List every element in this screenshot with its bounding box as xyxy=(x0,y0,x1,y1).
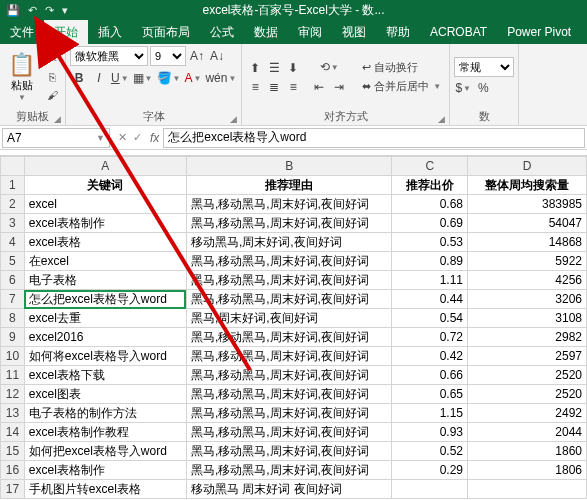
cell[interactable]: 0.66 xyxy=(392,366,468,385)
italic-button[interactable]: I xyxy=(90,69,108,87)
row-header[interactable]: 13 xyxy=(1,404,25,423)
cell[interactable] xyxy=(468,480,587,499)
cell[interactable]: 383985 xyxy=(468,195,587,214)
dialog-launcher-icon[interactable]: ◢ xyxy=(54,114,61,124)
paste-button[interactable]: 📋 粘贴 ▼ xyxy=(4,52,39,102)
cell[interactable]: 3108 xyxy=(468,309,587,328)
cell[interactable]: 黑马,移动黑马,周末好词,夜间好词 xyxy=(186,385,391,404)
cut-button[interactable]: ✂ xyxy=(43,51,61,67)
qat-customize-icon[interactable]: ▾ xyxy=(62,4,68,17)
align-left-button[interactable]: ≡ xyxy=(246,78,264,96)
cell[interactable]: 黑马,移动黑马,周末好词,夜间好词 xyxy=(186,290,391,309)
select-all-corner[interactable] xyxy=(1,157,25,176)
row-header[interactable]: 6 xyxy=(1,271,25,290)
cell[interactable]: excel2016 xyxy=(24,328,186,347)
copy-button[interactable]: ⎘ xyxy=(43,69,61,85)
fx-icon[interactable]: fx xyxy=(150,131,159,145)
align-middle-button[interactable]: ☰ xyxy=(265,59,283,77)
cell[interactable]: 0.29 xyxy=(392,461,468,480)
cell[interactable]: 手机图片转excel表格 xyxy=(24,480,186,499)
cell[interactable]: 0.54 xyxy=(392,309,468,328)
row-header[interactable]: 15 xyxy=(1,442,25,461)
cell[interactable]: 怎么把excel表格导入word xyxy=(24,290,186,309)
cell[interactable]: 电子表格的制作方法 xyxy=(24,404,186,423)
worksheet-grid[interactable]: A B C D 1 关键词 推荐理由 推荐出价 整体周均搜索量 2excel黑马… xyxy=(0,156,587,499)
cell[interactable]: 关键词 xyxy=(24,176,186,195)
cell[interactable]: 黑马,周末好词,夜间好词 xyxy=(186,309,391,328)
cell[interactable]: 移动黑马,周末好词,夜间好词 xyxy=(186,233,391,252)
cell[interactable]: 0.89 xyxy=(392,252,468,271)
name-box[interactable]: A7 ▼ xyxy=(2,128,110,148)
row-header[interactable]: 7 xyxy=(1,290,25,309)
cell[interactable]: 14868 xyxy=(468,233,587,252)
cell[interactable]: 0.69 xyxy=(392,214,468,233)
font-size-select[interactable]: 9 xyxy=(150,46,186,66)
cell[interactable]: 1806 xyxy=(468,461,587,480)
cell[interactable]: 黑马,移动黑马,周末好词,夜间好词 xyxy=(186,195,391,214)
percent-button[interactable]: % xyxy=(474,79,492,97)
cell[interactable]: 0.93 xyxy=(392,423,468,442)
increase-font-button[interactable]: A↑ xyxy=(188,47,206,65)
cell[interactable]: 整体周均搜索量 xyxy=(468,176,587,195)
cell[interactable] xyxy=(392,480,468,499)
cell[interactable]: 推荐理由 xyxy=(186,176,391,195)
cell[interactable]: 2520 xyxy=(468,366,587,385)
tab-page-layout[interactable]: 页面布局 xyxy=(132,20,200,44)
col-header-B[interactable]: B xyxy=(186,157,391,176)
row-header[interactable]: 14 xyxy=(1,423,25,442)
row-header[interactable]: 11 xyxy=(1,366,25,385)
row-header[interactable]: 12 xyxy=(1,385,25,404)
format-painter-button[interactable]: 🖌 xyxy=(43,87,61,103)
tab-power-pivot[interactable]: Power Pivot xyxy=(497,20,581,44)
underline-button[interactable]: U▼ xyxy=(110,69,130,87)
decrease-font-button[interactable]: A↓ xyxy=(208,47,226,65)
cell[interactable]: 54047 xyxy=(468,214,587,233)
cell[interactable]: 黑马,移动黑马,周末好词,夜间好词 xyxy=(186,461,391,480)
cell[interactable]: 3206 xyxy=(468,290,587,309)
cell[interactable]: 黑马,移动黑马,周末好词,夜间好词 xyxy=(186,442,391,461)
cell[interactable]: 2492 xyxy=(468,404,587,423)
formula-bar[interactable]: 怎么把excel表格导入word xyxy=(163,128,585,148)
font-name-select[interactable]: 微软雅黑 xyxy=(70,46,148,66)
cell[interactable]: 黑马,移动黑马,周末好词,夜间好词 xyxy=(186,252,391,271)
tab-home[interactable]: 开始 xyxy=(44,20,88,44)
cell[interactable]: 1.11 xyxy=(392,271,468,290)
enter-icon[interactable]: ✓ xyxy=(133,131,142,144)
dialog-launcher-icon[interactable]: ◢ xyxy=(438,114,445,124)
cell[interactable]: 如何将excel表格导入word xyxy=(24,347,186,366)
phonetic-button[interactable]: wén▼ xyxy=(204,69,237,87)
row-header[interactable]: 8 xyxy=(1,309,25,328)
cell[interactable]: 移动黑马 周末好词 夜间好词 xyxy=(186,480,391,499)
align-bottom-button[interactable]: ⬇ xyxy=(284,59,302,77)
cell[interactable]: 0.53 xyxy=(392,233,468,252)
orientation-button[interactable]: ⟲▼ xyxy=(310,58,348,76)
cell[interactable]: 2520 xyxy=(468,385,587,404)
bold-button[interactable]: B xyxy=(70,69,88,87)
decrease-indent-button[interactable]: ⇤ xyxy=(310,78,328,96)
number-format-select[interactable]: 常规 xyxy=(454,57,514,77)
chevron-down-icon[interactable]: ▼ xyxy=(96,133,105,143)
cell[interactable]: excel表格下载 xyxy=(24,366,186,385)
row-header[interactable]: 1 xyxy=(1,176,25,195)
row-header[interactable]: 2 xyxy=(1,195,25,214)
cell[interactable]: 黑马,移动黑马,周末好词,夜间好词 xyxy=(186,271,391,290)
cell[interactable]: excel表格制作教程 xyxy=(24,423,186,442)
row-header[interactable]: 10 xyxy=(1,347,25,366)
tab-insert[interactable]: 插入 xyxy=(88,20,132,44)
cell[interactable]: excel图表 xyxy=(24,385,186,404)
cell[interactable]: excel去重 xyxy=(24,309,186,328)
row-header[interactable]: 16 xyxy=(1,461,25,480)
border-button[interactable]: ▦▼ xyxy=(132,69,154,87)
redo-icon[interactable]: ↷ xyxy=(45,4,54,17)
currency-button[interactable]: $▼ xyxy=(454,79,472,97)
cell[interactable]: 黑马,移动黑马,周末好词,夜间好词 xyxy=(186,366,391,385)
cell[interactable]: 电子表格 xyxy=(24,271,186,290)
cell[interactable]: excel xyxy=(24,195,186,214)
cell[interactable]: 在excel xyxy=(24,252,186,271)
cancel-icon[interactable]: ✕ xyxy=(118,131,127,144)
cell[interactable]: 如何把excel表格导入word xyxy=(24,442,186,461)
wrap-text-button[interactable]: ↩自动换行 xyxy=(358,59,445,76)
tab-data[interactable]: 数据 xyxy=(244,20,288,44)
cell[interactable]: 1.15 xyxy=(392,404,468,423)
cell[interactable]: excel表格制作 xyxy=(24,461,186,480)
